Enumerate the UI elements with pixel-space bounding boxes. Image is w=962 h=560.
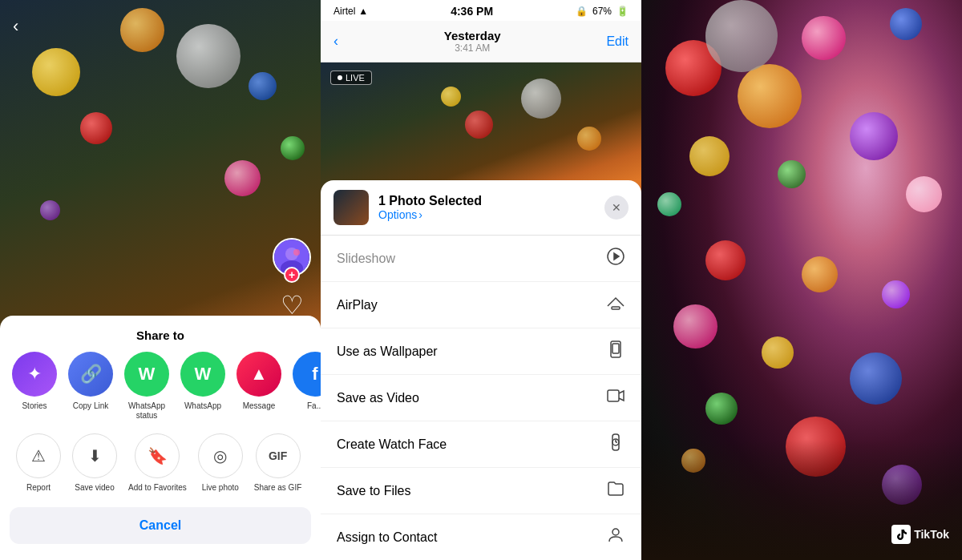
tiktok-panel: ‹ + ♡ 113.8K Share to ✦ <box>0 0 321 560</box>
whatsapp-status-icon: W <box>124 352 169 397</box>
svg-point-3 <box>293 249 300 256</box>
cancel-button[interactable]: Cancel <box>10 507 311 544</box>
ios-menu-watch-face[interactable]: Create Watch Face <box>321 421 641 468</box>
ios-share-info: 1 Photo Selected Options › <box>378 194 595 221</box>
ios-menu-airplay[interactable]: AirPlay <box>321 282 641 328</box>
watch-face-icon <box>606 433 625 456</box>
live-photo-icon: ◎ <box>198 433 243 478</box>
options-chevron-icon: › <box>418 208 422 221</box>
wallpaper-label: Use as Wallpaper <box>337 344 438 359</box>
svg-rect-8 <box>612 344 619 353</box>
live-badge: LIVE <box>330 71 372 85</box>
ios-menu-slideshow[interactable]: Slideshow <box>321 236 641 282</box>
back-chevron-icon: ‹ <box>333 33 338 50</box>
photos-subtitle: 3:41 AM <box>444 42 501 54</box>
ios-share-header: 1 Photo Selected Options › ✕ <box>321 180 641 236</box>
save-to-files-icon <box>606 479 625 502</box>
gif-label: Share as GIF <box>254 483 301 493</box>
live-photo-label: Live photo <box>202 483 239 493</box>
share-more-icons: ⚠ Report ⬇ Save video 🔖 Add to Favorites… <box>0 427 321 502</box>
save-as-video-label: Save as Video <box>337 391 419 405</box>
status-left: Airtel ▲ <box>333 6 368 17</box>
share-stories[interactable]: ✦ Stories <box>10 352 59 421</box>
status-time: 4:36 PM <box>451 5 493 18</box>
add-favorites-label: Add to Favorites <box>128 483 187 493</box>
stories-icon: ✦ <box>12 352 57 397</box>
share-whatsapp[interactable]: W WhatsApp <box>178 352 228 421</box>
facebook-label: Fa... <box>307 401 321 411</box>
wallpaper-icon <box>606 340 625 363</box>
svg-point-14 <box>612 529 619 535</box>
copy-link-icon: 🔗 <box>68 352 113 397</box>
facebook-icon: f <box>293 352 321 397</box>
slideshow-label: Slideshow <box>337 252 395 266</box>
status-bar: Airtel ▲ 4:36 PM 🔒 67% 🔋 <box>321 0 641 21</box>
lock-icon: 🔒 <box>576 6 588 17</box>
svg-marker-5 <box>614 253 619 260</box>
airplay-icon <box>606 293 625 316</box>
avatar-container[interactable]: + <box>273 238 311 276</box>
share-title: Share to <box>0 316 321 352</box>
share-icons-row: ✦ Stories 🔗 Copy Link W WhatsApp status <box>0 352 321 427</box>
ios-share-sheet: 1 Photo Selected Options › ✕ Slideshow <box>321 180 641 560</box>
airplay-label: AirPlay <box>337 298 378 312</box>
photos-panel: Airtel ▲ 4:36 PM 🔒 67% 🔋 ‹ Yesterday 3:4… <box>321 0 641 560</box>
photos-header-title: Yesterday 3:41 AM <box>444 29 501 54</box>
save-video-label: Save video <box>75 483 114 493</box>
ios-menu-wallpaper[interactable]: Use as Wallpaper <box>321 328 641 375</box>
whatsapp-status-label: WhatsApp status <box>122 401 172 421</box>
ios-options-button[interactable]: Options › <box>378 208 595 221</box>
carrier: Airtel <box>333 6 355 17</box>
tiktok-share-sheet: Share to ✦ Stories 🔗 Copy Link W <box>0 316 321 560</box>
battery: 67% <box>592 6 612 17</box>
share-message[interactable]: ▲ Message <box>234 352 284 421</box>
ios-menu-list: Slideshow AirPlay <box>321 236 641 560</box>
svg-rect-6 <box>612 307 620 309</box>
photos-title: Yesterday <box>444 29 501 42</box>
message-label: Message <box>243 401 276 411</box>
whatsapp-label: WhatsApp <box>184 401 221 411</box>
live-dot-icon <box>338 75 342 80</box>
stories-label: Stories <box>22 401 46 411</box>
gif-icon: GIF <box>256 433 301 478</box>
ios-menu-assign-contact[interactable]: Assign to Contact <box>321 514 641 560</box>
share-as-gif[interactable]: GIF Share as GIF <box>254 433 301 493</box>
follow-plus-icon[interactable]: + <box>284 267 300 283</box>
assign-contact-label: Assign to Contact <box>337 530 437 545</box>
message-icon: ▲ <box>236 352 281 397</box>
ios-photo-count: 1 Photo Selected <box>378 194 595 208</box>
share-report[interactable]: ⚠ Report <box>16 433 61 493</box>
share-whatsapp-status[interactable]: W WhatsApp status <box>122 352 172 421</box>
wifi-icon: ▲ <box>358 6 368 17</box>
svg-rect-9 <box>608 390 619 401</box>
back-button[interactable]: ‹ <box>13 16 18 37</box>
photos-edit-button[interactable]: Edit <box>606 34 629 49</box>
report-icon: ⚠ <box>16 433 61 478</box>
save-to-files-label: Save to Files <box>337 484 410 498</box>
slideshow-icon <box>606 247 625 270</box>
save-as-video-icon <box>606 386 625 409</box>
ios-menu-save-video[interactable]: Save as Video <box>321 375 641 421</box>
tiktok-label: TikTok <box>914 528 949 541</box>
add-favorites-icon: 🔖 <box>135 433 180 478</box>
share-copy-link[interactable]: 🔗 Copy Link <box>66 352 115 421</box>
copy-link-label: Copy Link <box>73 401 108 411</box>
report-label: Report <box>26 483 51 493</box>
ios-close-button[interactable]: ✕ <box>604 195 629 220</box>
save-video-icon: ⬇ <box>72 433 117 478</box>
tiktok-logo-icon <box>891 525 911 544</box>
whatsapp-icon: W <box>180 352 225 397</box>
right-photo-panel: TikTok <box>641 0 962 560</box>
ios-share-thumbnail <box>333 190 369 225</box>
photos-back-button[interactable]: ‹ <box>333 33 338 50</box>
watch-face-label: Create Watch Face <box>337 437 447 452</box>
share-add-favorites[interactable]: 🔖 Add to Favorites <box>128 433 187 493</box>
ios-menu-save-files[interactable]: Save to Files <box>321 468 641 514</box>
share-facebook[interactable]: f Fa... <box>290 352 321 421</box>
tiktok-watermark: TikTok <box>891 525 949 544</box>
status-right: 🔒 67% 🔋 <box>576 6 629 17</box>
battery-icon: 🔋 <box>616 6 629 17</box>
photos-header: ‹ Yesterday 3:41 AM Edit <box>321 21 641 62</box>
share-save-video[interactable]: ⬇ Save video <box>72 433 117 493</box>
share-live-photo[interactable]: ◎ Live photo <box>198 433 243 493</box>
